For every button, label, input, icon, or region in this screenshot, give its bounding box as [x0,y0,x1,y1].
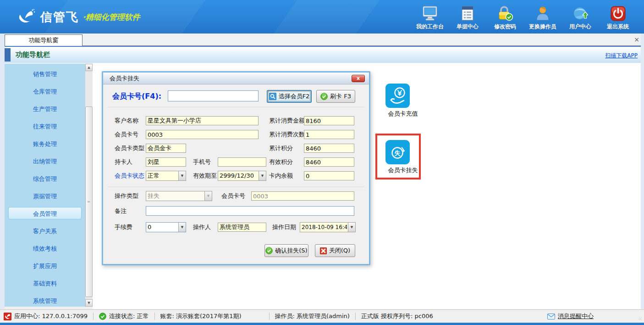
magnifier-icon [269,93,276,100]
toolbar-my-workbench[interactable]: 我的工作台 [411,6,449,31]
report-loss-icon: 失 [388,142,408,162]
chevron-down-icon[interactable]: ▼ [259,171,266,180]
fee-combo[interactable]: 0 ▼ [146,222,186,232]
sidebar-item-accounting[interactable]: 账务处理 [8,137,82,150]
toolbar-label: 我的工作台 [416,23,444,31]
shortcut-report-loss-card[interactable]: 失 [385,140,410,164]
document-list-icon [460,6,475,21]
toolbar-switch-operator[interactable]: 更换操作员 [524,6,561,31]
shortcut-label-report-loss[interactable]: 会员卡挂失 [382,166,424,174]
window-frame-right [641,34,644,309]
recharge-card-icon [388,86,408,106]
chevron-down-icon[interactable]: ▼ [348,223,355,232]
total-points-field[interactable] [304,144,354,153]
balance-field[interactable] [304,171,354,180]
sidebar-item-extensions[interactable]: 扩展应用 [8,259,82,272]
customer-name-field[interactable] [146,116,259,125]
customer-name-label: 客户名称 [115,116,138,126]
message-center-link[interactable]: 消息提醒中心 [558,312,594,320]
status-operator: 操作员: 系统管理员(admin) [275,312,350,320]
status-message-center[interactable]: 消息提醒中心 [547,312,594,320]
chevron-down-icon[interactable]: ▼ [178,171,186,180]
green-check-icon [320,93,328,100]
app-logo: 信管飞 ·精细化管理软件 [17,8,140,26]
swipe-card-button[interactable]: 刷卡 F3 [316,90,355,103]
sidebar-scrollbar[interactable]: ▲ ≡ ▼ [85,64,93,307]
sidebar-item-sales[interactable]: 销售管理 [8,67,82,80]
mobile-field[interactable] [218,157,266,167]
shortcut-label-recharge[interactable]: 会员卡充值 [382,110,424,118]
total-count-field[interactable] [304,130,354,139]
sidebar-item-membership[interactable]: 会员管理 [8,207,82,219]
toolbar-label: 修改密码 [494,23,516,31]
card-type-label: 会员卡类型 [115,143,144,153]
chevron-down-icon[interactable]: ▼ [178,223,186,232]
holder-field[interactable] [146,157,186,167]
sidebar-item-transactions[interactable]: 往来管理 [8,120,82,132]
valid-points-label: 有效积分 [269,157,293,167]
select-member-button[interactable]: 选择会员F2 [267,90,312,103]
toolbar-change-password[interactable]: 修改密码 [486,6,524,31]
toolbar-exit-system[interactable]: 退出系统 [599,6,637,31]
separator [108,187,364,188]
dialog-close-button[interactable]: x [352,75,365,82]
card-no-lookup-label: 会员卡号(F4): [112,92,161,101]
card-no-lookup-input[interactable] [168,90,259,101]
app-window: 信管飞 ·精细化管理软件 我的工作台 [0,0,644,325]
sidebar-item-invoice[interactable]: 票据管理 [8,190,82,202]
app-logo-icon [4,313,11,320]
remark-field[interactable] [146,206,354,216]
sidebar-item-customer-relations[interactable]: 客户关系 [8,224,82,237]
scrollbar-down-icon[interactable]: ▼ [85,299,93,307]
status-bar: 应用中心: 127.0.0.1:7099 连接状态: 正常 账套: 演示账套(2… [0,309,644,323]
dialog-title: 会员卡挂失 [103,73,369,84]
tab-close-icon[interactable]: × [633,36,640,43]
status-license: 正式版 授权序列号: pc006 [361,312,433,320]
sidebar-item-production[interactable]: 生产管理 [8,102,82,115]
separator [108,107,364,108]
green-check-icon [265,247,273,254]
toolbar-user-center[interactable]: 用户中心 [561,6,599,31]
fee-label: 手续费 [115,222,132,232]
operator-field[interactable] [218,223,266,232]
scrollbar-thumb[interactable]: ≡ [85,106,93,297]
status-account: 账套: 演示账套(2017年第1期) [160,312,242,320]
total-points-label: 累计积分 [269,143,293,153]
scan-download-app-link[interactable]: 扫描下载APP [605,52,638,60]
card-type-field[interactable] [146,144,186,153]
sidebar-item-performance[interactable]: 绩效考核 [8,242,82,254]
balance-label: 卡内余额 [269,171,293,181]
tab-function-navigator[interactable]: 功能导航窗 [5,34,83,46]
monitor-icon [422,6,438,21]
sidebar-item-cashier[interactable]: 出纳管理 [8,155,82,167]
op-date-combo[interactable]: 2018-10-09 16:45 ▼ [300,222,356,232]
shortcut-recharge-card[interactable] [385,84,410,108]
brand-swoosh-icon [17,8,36,26]
operator-label: 操作人 [193,222,211,232]
valid-points-field[interactable] [304,157,354,167]
sidebar-item-system[interactable]: 系统管理 [8,294,82,307]
select-member-label: 选择会员F2 [279,92,310,101]
green-check-icon [99,313,106,320]
globe-arrow-icon [572,6,588,21]
confirm-loss-label: 确认挂失(S) [275,247,307,255]
card-status-combo[interactable]: 正常 ▼ [146,171,186,181]
status-app-center: 应用中心: 127.0.0.1:7099 [4,312,88,320]
header-toolbar: 我的工作台 单据中心 [411,6,637,31]
card-no-label: 会员卡号 [115,129,138,140]
mobile-label: 手机号 [193,157,211,167]
total-amount-label: 累计消费金额 [269,116,305,126]
sidebar-item-comprehensive[interactable]: 综合管理 [8,172,82,185]
confirm-loss-button[interactable]: 确认挂失(S) [264,244,308,257]
valid-until-combo[interactable]: 2999/12/30 ▼ [218,171,266,181]
close-dialog-button[interactable]: 关闭(Q) [315,244,355,257]
total-amount-field[interactable] [304,116,354,125]
resize-grip[interactable]: ⁙ [638,316,643,321]
scrollbar-up-icon[interactable]: ▲ [85,64,93,71]
swipe-card-label: 刷卡 F3 [330,92,351,101]
card-no-field[interactable] [146,130,259,139]
window-frame-bottom [0,323,644,325]
sidebar-item-warehouse[interactable]: 仓库管理 [8,85,82,97]
toolbar-document-center[interactable]: 单据中心 [449,6,486,31]
sidebar-item-basic-data[interactable]: 基础资料 [8,277,82,289]
